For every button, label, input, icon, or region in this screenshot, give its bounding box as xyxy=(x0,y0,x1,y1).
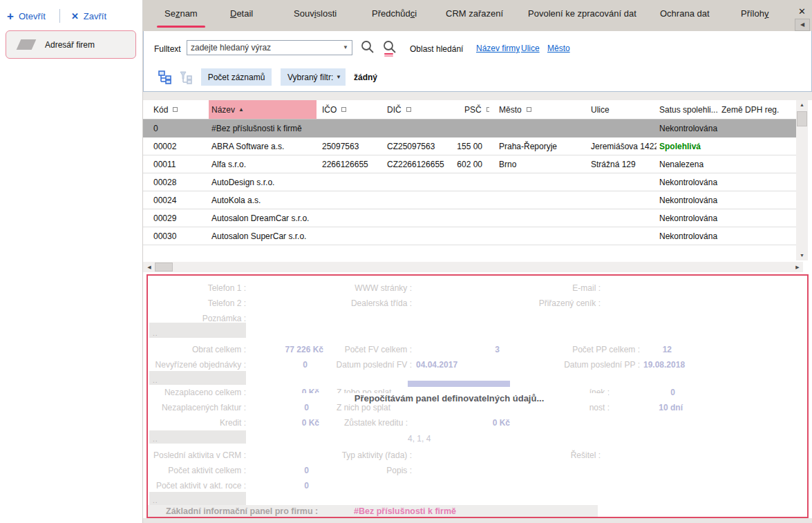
tab-crm-zarazeni[interactable]: CRM zařazení xyxy=(446,8,503,19)
tab-predchudci[interactable]: Předchůdci xyxy=(372,8,417,19)
filter-box-icon[interactable] xyxy=(173,107,178,112)
tab-bar: Seznam Detail Souvislosti Předchůdci CRM… xyxy=(143,0,812,31)
fulltext-input[interactable] xyxy=(187,40,352,55)
search-scope-label: Oblast hledání xyxy=(410,44,463,54)
tree-view-icon[interactable] xyxy=(158,70,173,85)
zustatek-label: Zůstatek kreditu : xyxy=(315,418,408,428)
scroll-down-icon[interactable]: ▼ xyxy=(796,251,808,260)
sidebar: + Otevřít ✕ Zavřít Adresář firem xyxy=(0,0,143,523)
search-all-icon[interactable] xyxy=(382,39,397,55)
scrollbar-thumb[interactable] xyxy=(797,111,807,126)
dropdown-arrow-icon: ▼ xyxy=(336,74,341,80)
collapsed-group-bar[interactable]: .. xyxy=(149,371,246,385)
posledni-aktivita-label: Poslední aktivita v CRM : xyxy=(149,450,246,460)
nevyrizene-label: Nevyřízené objednávky : xyxy=(149,360,246,370)
progress-message: Přepočítávám panel definovatelných údajů… xyxy=(290,393,608,403)
tab-prilohy[interactable]: Přílohy xyxy=(741,8,768,19)
www-label: WWW stránky : xyxy=(315,283,412,293)
scroll-right-icon[interactable]: ▶ xyxy=(793,262,802,272)
tab-scroll-left-button[interactable]: ◀ xyxy=(795,19,810,31)
column-header-nazev[interactable]: Název▲ xyxy=(209,100,317,119)
sidebar-item-label: Adresář firem xyxy=(45,40,95,50)
pocet-aktivit-roce-label: Počet aktivit v akt. roce : xyxy=(149,481,246,491)
column-header-ulice[interactable]: Ulice xyxy=(583,100,657,119)
progress-bar xyxy=(408,381,510,387)
panel-footer-value: #Bez příslušnosti k firmě xyxy=(354,506,456,516)
column-header-psc[interactable]: PSČ xyxy=(451,100,489,119)
panel-footer: Základní informační panel pro firmu : #B… xyxy=(148,505,598,517)
tab-seznam[interactable]: Seznam xyxy=(164,8,198,19)
filter-box-icon[interactable] xyxy=(341,107,346,112)
open-button[interactable]: + Otevřít xyxy=(7,10,46,22)
tab-detail[interactable]: Detail xyxy=(230,8,253,19)
datum-pp-value: 19.08.2018 xyxy=(643,360,685,370)
collapsed-group-bar[interactable]: .. xyxy=(149,323,246,338)
counts-text: 4, 1, 4 xyxy=(408,434,431,444)
typ-aktivity-label: Typ aktivity (řada) : xyxy=(315,450,412,460)
splatnost-value: 10 dní xyxy=(634,403,683,412)
tab-povoleni[interactable]: Povolení ke zpracování dat xyxy=(528,8,636,19)
collapsed-group-bar[interactable]: .. xyxy=(149,430,246,444)
spacer-strip xyxy=(143,92,812,100)
scope-link-ulice[interactable]: Ulice xyxy=(521,44,540,53)
scroll-up-icon[interactable]: ▲ xyxy=(796,100,808,110)
scroll-left-icon[interactable]: ◀ xyxy=(144,262,154,272)
vertical-scrollbar[interactable]: ▲ ▼ xyxy=(796,100,808,260)
tab-ochrana-dat[interactable]: Ochrana dat xyxy=(660,8,710,19)
scope-link-mesto[interactable]: Město xyxy=(547,44,570,53)
filter-box-icon[interactable] xyxy=(527,107,531,112)
companies-table: Kód Název▲ IČO DIČ PSČ Město Ulice Satus… xyxy=(143,100,812,262)
red-underline xyxy=(384,53,393,55)
sidebar-item-adresar-firem[interactable]: Adresář firem xyxy=(6,30,136,59)
poznamka-label: Poznámka : xyxy=(149,314,246,323)
sort-asc-icon: ▲ xyxy=(238,106,244,113)
obrat-value: 77 226 Kč xyxy=(254,345,323,354)
vertical-divider xyxy=(59,9,60,23)
column-header-zeme[interactable]: Země DPH reg. xyxy=(719,100,796,119)
collapsed-group-bar[interactable]: .. xyxy=(149,492,246,505)
cenik-label: Přiřazený ceník : xyxy=(504,298,601,308)
pocet-pp-value: 12 xyxy=(637,345,672,354)
table-header-row: Kód Název▲ IČO DIČ PSČ Město Ulice Satus… xyxy=(143,100,796,120)
main-area: Seznam Detail Souvislosti Předchůdci CRM… xyxy=(143,0,812,523)
column-header-dic[interactable]: DIČ xyxy=(381,100,451,119)
horizontal-scrollbar[interactable]: ◀ ▶ xyxy=(143,262,803,272)
table-row[interactable]: 00024AutoKola a.s.Nekontrolována xyxy=(143,191,796,209)
column-header-ico[interactable]: IČO xyxy=(317,100,381,119)
nevyrizene-value: 0 xyxy=(273,360,308,370)
popis-label: Popis : xyxy=(315,466,412,475)
status-badge: Nekontrolována xyxy=(657,120,719,137)
column-header-status[interactable]: Satus spolehli... xyxy=(657,100,719,119)
selected-filter-dropdown[interactable]: Vybraný filtr: ▼ xyxy=(281,68,346,86)
filter-box-icon[interactable] xyxy=(406,107,411,112)
table-row[interactable]: 0#Bez příslušnosti k firměNekontrolována xyxy=(143,120,796,137)
column-header-kod[interactable]: Kód xyxy=(143,100,209,119)
znich-label: Z nich po splat xyxy=(337,403,390,412)
active-tab-indicator xyxy=(157,26,205,28)
tab-souvislosti[interactable]: Souvislosti xyxy=(294,8,337,19)
table-row[interactable]: 00028AutoDesign s.r.o.Nekontrolována xyxy=(143,173,796,191)
window-close-icon[interactable]: ✕ xyxy=(798,6,806,17)
table-row[interactable]: 00029Autosalon DreamCar s.r.o.Nekontrolo… xyxy=(143,209,796,227)
red-underline-2 xyxy=(384,55,393,57)
datum-pp-label: Datum poslední PP : xyxy=(543,360,640,370)
query-panel: Fulltext ▼ Oblast hledání Název firmy Ul… xyxy=(143,31,812,92)
zustatek-value: 0 Kč xyxy=(475,418,510,428)
datum-fv-value: 04.04.2017 xyxy=(416,360,457,370)
sidebar-actions: + Otevřít ✕ Zavřít xyxy=(7,7,138,25)
kredit-label: Kredit : xyxy=(149,418,246,428)
table-row[interactable]: 00030Autosalon SuperCar s.r.o.Nekontrolo… xyxy=(143,227,796,245)
table-row[interactable]: 00002ABRA Software a.s.25097563CZ2509756… xyxy=(143,137,796,155)
scope-link-nazev-firmy[interactable]: Název firmy xyxy=(476,44,520,53)
scrollbar-thumb[interactable] xyxy=(155,263,173,272)
company-info-panel: Telefon 1 : WWW stránky : E-mail : Telef… xyxy=(147,274,809,518)
module-icon xyxy=(17,39,37,50)
close-module-button[interactable]: ✕ Zavřít xyxy=(71,11,106,21)
record-count-button[interactable]: Počet záznamů xyxy=(201,68,272,86)
column-header-mesto[interactable]: Město xyxy=(489,100,583,119)
search-icon[interactable] xyxy=(360,39,375,55)
pocet-aktivit-celkem-value: 0 xyxy=(274,466,309,475)
panel-footer-label: Základní informační panel pro firmu : xyxy=(166,506,318,516)
table-row[interactable]: 00011Alfa s.r.o.2266126655CZ226612665560… xyxy=(143,155,796,173)
obrat-label: Obrat celkem : xyxy=(149,345,246,354)
